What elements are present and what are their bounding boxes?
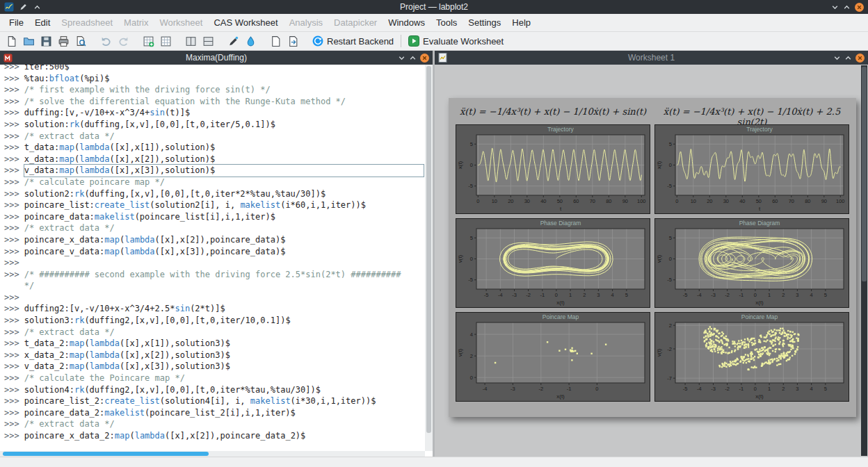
shade-icon[interactable]	[398, 54, 405, 62]
plot-poincare-map-2[interactable]: -5-4-3-2-10123452-2-7Poincare Mapx(t)v(t…	[654, 312, 849, 402]
chevron-up-icon[interactable]	[33, 3, 41, 11]
menu-edit[interactable]: Edit	[29, 15, 56, 30]
undo-button[interactable]	[98, 34, 114, 49]
menu-worksheet[interactable]: Worksheet	[154, 15, 208, 30]
console-line[interactable]: >>>poincare_data:makelist(poincare_list[…	[4, 211, 424, 223]
scrollbar-handle[interactable]	[862, 67, 867, 281]
page-button[interactable]	[268, 34, 284, 49]
console-line[interactable]: >>>t_data_2:map(lambda([x],x[1]),solutio…	[4, 338, 424, 350]
scrollbar-handle[interactable]	[3, 452, 209, 456]
close-icon[interactable]	[855, 3, 864, 12]
console-line[interactable]: >>>	[4, 257, 424, 269]
console-line[interactable]: >>>%tau:bfloat(%pi)$	[4, 73, 424, 85]
print-preview-button[interactable]	[73, 34, 89, 49]
console-line[interactable]: >>>iter:500$	[4, 65, 424, 73]
split-view-vertical-button[interactable]	[183, 34, 199, 49]
maxima-console[interactable]: >>>iter:500$>>>%tau:bfloat(%pi)$>>>/* fi…	[0, 65, 433, 457]
menu-file[interactable]: File	[3, 15, 29, 30]
console-line[interactable]: >>>*/	[4, 280, 424, 292]
plot-phase-diagram-2[interactable]: -5-4-3-2-1012345-505Phase Diagramx(t)v(t…	[654, 218, 849, 308]
scrollbar-handle[interactable]	[426, 66, 431, 433]
ink-button[interactable]	[243, 34, 259, 49]
maximize-icon[interactable]	[844, 54, 852, 62]
mdi-area: Maxima(Duffing) >>>iter:500$>>>%tau:bflo…	[0, 51, 868, 457]
svg-text:2: 2	[782, 292, 785, 298]
console-line[interactable]: >>>t_data:map(lambda([x],x[1]),solution)…	[4, 142, 424, 154]
evaluate-worksheet-button[interactable]: Evaluate Worksheet	[406, 34, 506, 48]
console-line[interactable]: >>>/* calculate the Poincare map */	[4, 372, 424, 384]
menu-settings[interactable]: Settings	[463, 15, 506, 30]
print-preview-icon	[75, 35, 87, 47]
svg-text:-2: -2	[538, 386, 543, 392]
console-line[interactable]: >>>/* extract data */	[4, 418, 424, 430]
console-line[interactable]: >>>	[4, 292, 424, 304]
menu-analysis[interactable]: Analysis	[284, 15, 328, 30]
pen-button[interactable]	[225, 34, 241, 49]
console-line[interactable]: >>>/* solve the differential equation wi…	[4, 96, 424, 108]
maximize-icon[interactable]	[843, 3, 851, 11]
console-line[interactable]: >>>poincare_x_data:map(lambda([x],x[2]),…	[4, 234, 424, 246]
menu-cas-worksheet[interactable]: CAS Worksheet	[208, 15, 283, 30]
worksheet-page[interactable]: ẍ(t) = −1/4x³(t) + x(t) − 1/10ẋ(t) + sin…	[449, 98, 856, 417]
console-line[interactable]: >>>poincare_list:create_list(solution2[i…	[4, 199, 424, 211]
console-line[interactable]: >>>/* first example with the driving for…	[4, 84, 424, 96]
menu-tools[interactable]: Tools	[431, 15, 463, 30]
shade-icon[interactable]	[833, 54, 841, 62]
console-line[interactable]: >>>/* ########## second example with the…	[4, 269, 424, 281]
new-worksheet-button[interactable]	[140, 34, 156, 49]
menu-help[interactable]: Help	[506, 15, 536, 30]
svg-text:30: 30	[524, 198, 530, 204]
console-line[interactable]: >>>solution3:rk(duffing2,[x,v],[0,0],[t,…	[4, 315, 424, 327]
maximize-icon[interactable]	[409, 54, 417, 62]
plot-trajectory-2[interactable]: 0102030405060708090100-505Trajectorytx(t…	[654, 124, 849, 214]
worksheet-view[interactable]: ẍ(t) = −1/4x³(t) + x(t) − 1/10ẋ(t) + sin…	[435, 65, 868, 457]
console-line[interactable]: >>>duffing:[v,-v/10+x-x^3/4+sin(t)]$	[4, 107, 424, 119]
console-line[interactable]: >>>v_data:map(lambda([x],x[3]),solution)…	[4, 165, 424, 177]
menu-datapicker[interactable]: Datapicker	[328, 15, 383, 30]
svg-text:x(t): x(t)	[556, 393, 565, 400]
cas-window-titlebar[interactable]: Maxima(Duffing)	[0, 51, 433, 65]
console-line[interactable]: >>>duffing2:[v,-v/10+x-x^3/4+2.5*sin(2*t…	[4, 303, 424, 315]
pin-icon[interactable]	[19, 3, 28, 11]
console-line[interactable]: >>>poincare_data_2:makelist(poincare_lis…	[4, 407, 424, 419]
plot-poincare-map-1[interactable]: -4-3-2-10024Poincare Mapx(t)v(t)	[456, 312, 650, 402]
console-line[interactable]: >>>/* calculate poincare map */	[4, 177, 424, 188]
shade-icon[interactable]	[831, 3, 839, 11]
console-line[interactable]: >>>/* extract data */	[4, 327, 424, 338]
split-view-horizontal-button[interactable]	[200, 34, 216, 49]
menu-spreadsheet[interactable]: Spreadsheet	[56, 15, 118, 30]
insert-cell-button[interactable]	[158, 34, 174, 49]
svg-text:Poincare Map: Poincare Map	[741, 313, 778, 320]
worksheet-window-titlebar[interactable]: Worksheet 1	[435, 51, 868, 65]
save-button[interactable]	[38, 34, 54, 49]
console-line[interactable]: >>>x_data_2:map(lambda([x],x[2]),solutio…	[4, 350, 424, 361]
svg-text:40: 40	[540, 198, 546, 204]
console-line[interactable]: >>>x_data:map(lambda([x],x[2]),solution)…	[4, 154, 424, 165]
open-document-button[interactable]	[21, 34, 37, 49]
console-horizontal-scrollbar[interactable]	[0, 451, 425, 457]
plot-phase-diagram-1[interactable]: -5-4-3-2-1012345-505Phase Diagramx(t)v(t…	[456, 218, 650, 308]
console-line[interactable]: >>>poincare_x_data_2:map(lambda([x],x[2]…	[4, 430, 424, 442]
menu-windows[interactable]: Windows	[383, 15, 431, 30]
restart-backend-button[interactable]: Restart Backend	[310, 34, 396, 48]
export-page-button[interactable]	[285, 34, 301, 49]
redo-button[interactable]	[115, 34, 131, 49]
console-vertical-scrollbar[interactable]	[425, 65, 433, 451]
console-line[interactable]: >>>solution2:rk(duffing,[x,v],[0,0],[t,0…	[4, 188, 424, 200]
close-icon[interactable]	[420, 54, 429, 63]
print-button[interactable]	[56, 34, 72, 49]
console-line[interactable]: >>>poincare_list_2:create_list(solution4…	[4, 395, 424, 407]
close-icon[interactable]	[855, 54, 865, 63]
console-line[interactable]: >>>v_data_2:map(lambda([x],x[3]),solutio…	[4, 361, 424, 372]
console-line[interactable]: >>>solution4:rk(duffing2,[x,v],[0,0],[t,…	[4, 384, 424, 396]
plot-trajectory-1[interactable]: 0102030405060708090100-505Trajectorytx(t…	[456, 124, 650, 214]
worksheet-vertical-scrollbar[interactable]	[861, 65, 867, 456]
console-line[interactable]: >>>poincare_v_data:map(lambda([x],x[3]),…	[4, 246, 424, 258]
ink-icon	[245, 35, 257, 47]
console-line[interactable]: >>>/* extract data */	[4, 131, 424, 142]
console-line[interactable]: >>>solution:rk(duffing,[x,v],[0,0],[t,0,…	[4, 119, 424, 131]
console-line[interactable]: >>>/* extract data */	[4, 222, 424, 234]
menu-matrix[interactable]: Matrix	[118, 15, 154, 30]
new-document-button[interactable]	[3, 34, 19, 49]
undo-icon	[100, 35, 112, 47]
